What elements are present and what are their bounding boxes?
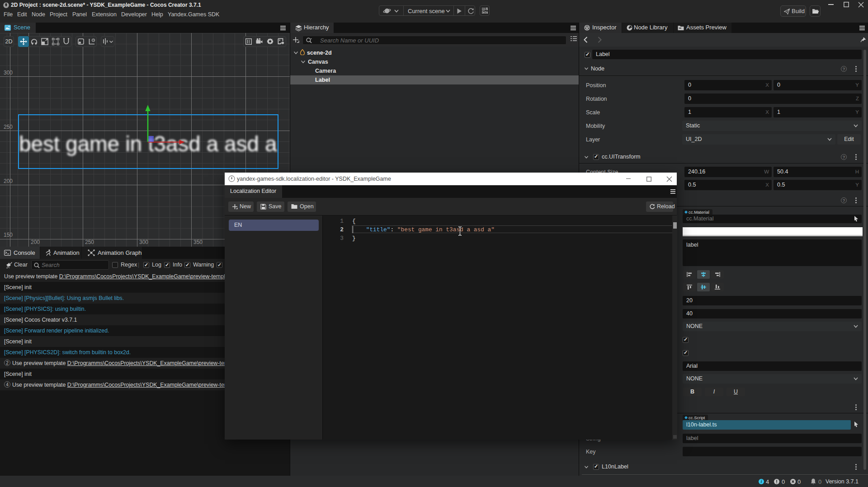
svg-text:i: i <box>761 479 762 484</box>
